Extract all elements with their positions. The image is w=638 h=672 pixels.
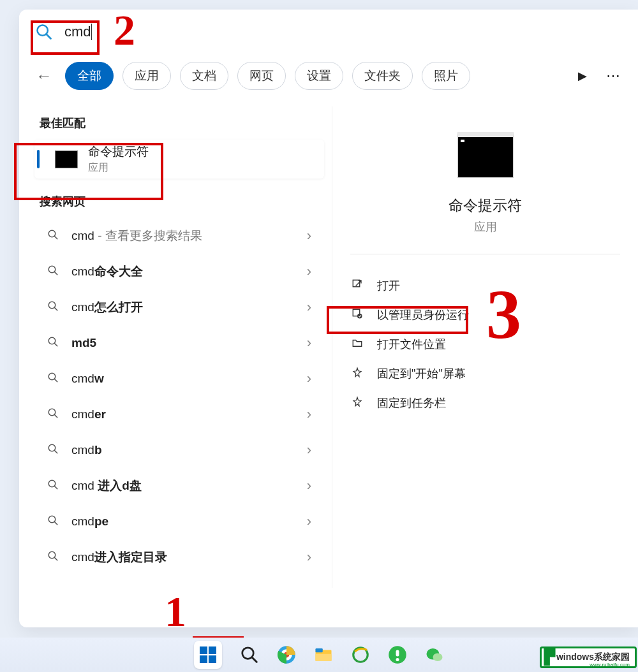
results-column: 最佳匹配 命令提示符 应用 搜索网页 cmd - 查看更多搜索结果 › cmd命…	[19, 100, 332, 588]
action-label: 打开	[377, 278, 400, 293]
web-result-text: cmd进入指定目录	[71, 549, 307, 566]
svg-line-9	[54, 343, 57, 346]
web-result-item[interactable]: cmd命令大全 ›	[34, 254, 324, 289]
web-result-item[interactable]: cmdpe ›	[34, 504, 324, 539]
web-result-text: cmd命令大全	[71, 263, 307, 280]
svg-line-5	[54, 272, 57, 275]
svg-point-36	[396, 658, 399, 661]
search-panel: cmd ← 全部 应用 文档 网页 设置 文件夹 照片 ▶ ⋯ 最佳匹配 命令提…	[19, 10, 638, 627]
web-result-item[interactable]: cmd - 查看更多搜索结果 ›	[34, 218, 324, 254]
preview-action-admin[interactable]: 以管理员身份运行	[350, 300, 620, 330]
tab-folders[interactable]: 文件夹	[352, 62, 413, 90]
svg-line-15	[54, 450, 57, 453]
action-label: 以管理员身份运行	[377, 307, 469, 323]
tab-documents[interactable]: 文档	[180, 62, 228, 90]
preview-action-pin[interactable]: 固定到"开始"屏幕	[350, 359, 620, 388]
web-result-item[interactable]: cmdb ›	[34, 432, 324, 468]
web-result-text: cmd - 查看更多搜索结果	[71, 228, 307, 244]
taskbar-wechat-icon[interactable]	[425, 645, 444, 664]
web-result-item[interactable]: cmd 进入d盘 ›	[34, 468, 324, 504]
best-match-label: 最佳匹配	[40, 115, 324, 131]
search-icon	[47, 229, 60, 244]
more-options-icon[interactable]: ⋯	[601, 68, 625, 84]
preview-action-pin[interactable]: 固定到任务栏	[350, 388, 620, 418]
start-button[interactable]	[194, 641, 222, 669]
chevron-right-icon: ›	[307, 299, 324, 316]
search-icon	[47, 265, 60, 279]
folder-icon	[350, 337, 364, 352]
tab-apps[interactable]: 应用	[122, 62, 171, 90]
search-icon	[47, 372, 60, 386]
best-match-result[interactable]: 命令提示符 应用	[34, 140, 324, 179]
web-result-text: cmd 进入d盘	[71, 478, 307, 494]
chevron-right-icon: ›	[307, 406, 324, 423]
admin-icon	[350, 308, 364, 323]
svg-rect-31	[316, 648, 323, 652]
taskbar-360-icon[interactable]	[388, 645, 407, 664]
svg-point-38	[433, 654, 443, 662]
web-result-item[interactable]: cmd进入指定目录 ›	[34, 539, 324, 575]
web-result-item[interactable]: cmdw ›	[34, 361, 324, 397]
cmd-app-icon	[55, 150, 78, 168]
web-results-list: cmd - 查看更多搜索结果 › cmd命令大全 › cmd怎么打开 › md5…	[34, 218, 324, 575]
best-match-subtitle: 应用	[88, 161, 149, 175]
preview-toggle-icon[interactable]: ▶	[573, 69, 592, 83]
chevron-right-icon: ›	[307, 228, 324, 244]
back-arrow-icon[interactable]: ←	[32, 66, 56, 86]
filter-tab-row: ← 全部 应用 文档 网页 设置 文件夹 照片 ▶ ⋯	[19, 54, 638, 100]
search-icon	[47, 300, 60, 315]
web-result-item[interactable]: cmd怎么打开 ›	[34, 289, 324, 325]
search-icon	[47, 443, 60, 458]
tab-all[interactable]: 全部	[65, 62, 114, 90]
svg-line-3	[54, 236, 57, 239]
web-result-text: cmdpe	[71, 515, 307, 529]
chevron-right-icon: ›	[307, 370, 324, 387]
search-icon	[47, 515, 60, 529]
web-result-item[interactable]: md5 ›	[34, 325, 324, 361]
action-label: 固定到任务栏	[377, 395, 446, 411]
svg-line-1	[47, 34, 51, 39]
open-icon	[350, 279, 364, 293]
pin-icon	[350, 367, 364, 381]
preview-action-open[interactable]: 打开	[350, 271, 620, 300]
chevron-right-icon: ›	[307, 442, 324, 458]
web-result-item[interactable]: cmder ›	[34, 397, 324, 432]
svg-line-11	[54, 379, 57, 382]
pin-icon	[350, 396, 364, 411]
windows-logo-icon	[200, 646, 216, 663]
search-icon	[47, 407, 60, 422]
tab-settings[interactable]: 设置	[295, 62, 343, 90]
web-result-text: cmdw	[71, 372, 307, 386]
taskbar-ie-icon[interactable]	[351, 645, 370, 664]
svg-line-26	[252, 657, 257, 662]
preview-subtitle: 应用	[474, 219, 497, 235]
action-label: 打开文件位置	[377, 337, 446, 352]
tab-photos[interactable]: 照片	[422, 62, 470, 90]
chevron-right-icon: ›	[307, 478, 324, 494]
svg-rect-32	[316, 654, 332, 661]
preview-action-folder[interactable]: 打开文件位置	[350, 330, 620, 359]
taskbar-edge-icon[interactable]	[277, 645, 296, 664]
chevron-right-icon: ›	[307, 513, 324, 530]
web-result-text: cmder	[71, 407, 307, 421]
svg-line-7	[54, 307, 57, 310]
preview-title: 命令提示符	[449, 196, 522, 215]
search-icon	[47, 336, 60, 351]
taskbar-file-explorer-icon[interactable]	[314, 645, 333, 664]
search-icon	[47, 550, 60, 565]
best-match-title: 命令提示符	[88, 143, 149, 160]
preview-actions: 打开以管理员身份运行打开文件位置固定到"开始"屏幕固定到任务栏	[332, 267, 638, 421]
svg-line-21	[54, 557, 57, 560]
search-web-label: 搜索网页	[40, 194, 324, 209]
chevron-right-icon: ›	[307, 263, 324, 280]
search-icon	[47, 479, 60, 493]
taskbar-search-icon[interactable]	[240, 645, 259, 664]
tab-web[interactable]: 网页	[237, 62, 286, 90]
svg-rect-35	[396, 650, 399, 657]
action-label: 固定到"开始"屏幕	[377, 366, 466, 381]
chevron-right-icon: ›	[307, 335, 324, 351]
preview-column: 命令提示符 应用 打开以管理员身份运行打开文件位置固定到"开始"屏幕固定到任务栏	[332, 106, 638, 588]
search-icon	[35, 23, 53, 41]
search-input[interactable]: cmd	[64, 24, 92, 40]
svg-line-13	[54, 414, 57, 418]
